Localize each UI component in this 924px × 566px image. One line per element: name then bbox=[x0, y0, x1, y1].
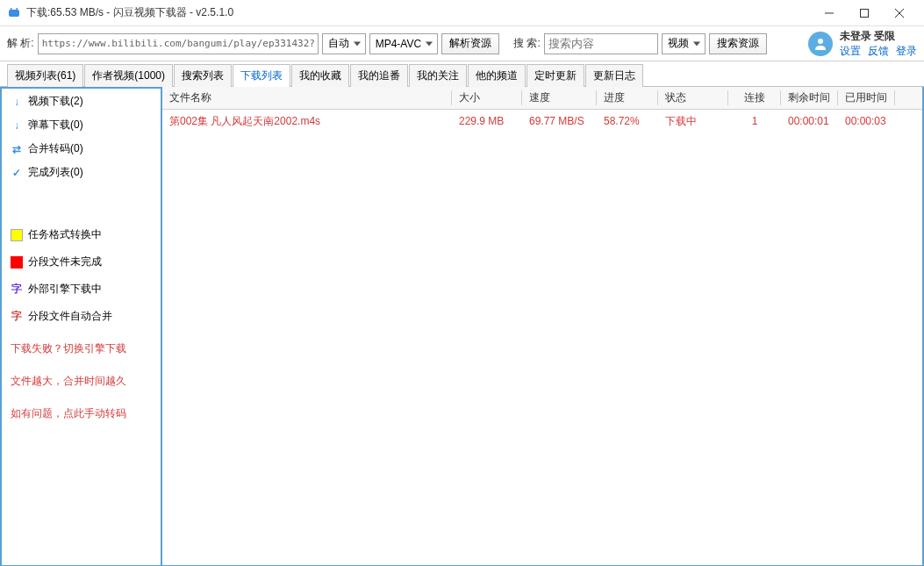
legend-incomplete: 分段文件未完成 bbox=[11, 254, 152, 269]
settings-link[interactable]: 设置 bbox=[840, 44, 861, 59]
sidebar-item-video-download[interactable]: ↓ 视频下载(2) bbox=[11, 94, 152, 109]
tab-his-channel[interactable]: 他的频道 bbox=[468, 64, 526, 87]
sidebar: ↓ 视频下载(2) ↓ 弹幕下载(0) ⇄ 合并转码(0) ✓ 完成列表(0) … bbox=[0, 87, 162, 566]
convert-icon: ⇄ bbox=[11, 143, 23, 155]
close-button[interactable] bbox=[882, 0, 917, 26]
quality-select[interactable]: 自动 bbox=[322, 33, 366, 54]
link-merge-time[interactable]: 文件越大，合并时间越久 bbox=[11, 374, 152, 389]
col-header-elapsed[interactable]: 已用时间 bbox=[838, 90, 895, 105]
format-select[interactable]: MP4-AVC bbox=[369, 33, 438, 54]
red-box-icon bbox=[11, 256, 23, 269]
search-label: 搜 索: bbox=[513, 36, 541, 51]
tab-favorites[interactable]: 我的收藏 bbox=[291, 64, 349, 87]
login-status: 未登录 受限 bbox=[840, 29, 895, 44]
tab-author-video[interactable]: 作者视频(1000) bbox=[84, 64, 173, 87]
tab-bar: 视频列表(61) 作者视频(1000) 搜索列表 下载列表 我的收藏 我的追番 … bbox=[0, 61, 924, 87]
titlebar: 下载:65.53 MB/s - 闪豆视频下载器 - v2.5.1.0 bbox=[0, 0, 924, 26]
col-header-progress[interactable]: 进度 bbox=[597, 90, 658, 105]
col-header-size[interactable]: 大小 bbox=[452, 90, 522, 105]
svg-rect-1 bbox=[11, 8, 12, 11]
user-area: 未登录 受限 设置 反馈 登录 bbox=[808, 29, 917, 59]
link-manual-transcode[interactable]: 如有问题，点此手动转码 bbox=[11, 406, 152, 421]
table-row[interactable]: 第002集 凡人风起天南2002.m4s 229.9 MB 69.77 MB/S… bbox=[162, 110, 922, 133]
legend-external-engine: 字 外部引擎下载中 bbox=[11, 282, 152, 297]
download-icon: ↓ bbox=[11, 96, 23, 108]
cell-conn: 1 bbox=[728, 115, 781, 127]
parse-label: 解 析: bbox=[7, 36, 34, 51]
url-input[interactable] bbox=[38, 33, 319, 54]
feedback-link[interactable]: 反馈 bbox=[868, 44, 889, 59]
svg-rect-4 bbox=[861, 9, 869, 17]
col-header-status[interactable]: 状态 bbox=[658, 90, 728, 105]
download-icon: ↓ bbox=[11, 119, 23, 132]
search-button[interactable]: 搜索资源 bbox=[709, 33, 767, 54]
svg-rect-2 bbox=[17, 8, 18, 11]
link-switch-engine[interactable]: 下载失败？切换引擎下载 bbox=[11, 341, 152, 356]
tab-search-list[interactable]: 搜索列表 bbox=[174, 64, 232, 87]
sidebar-item-danmaku-download[interactable]: ↓ 弹幕下载(0) bbox=[11, 118, 152, 133]
zi-icon: 字 bbox=[11, 282, 23, 297]
zi-icon: 字 bbox=[11, 309, 23, 324]
window-title: 下载:65.53 MB/s - 闪豆视频下载器 - v2.5.1.0 bbox=[26, 5, 812, 20]
col-header-name[interactable]: 文件名称 bbox=[162, 90, 452, 105]
tab-video-list[interactable]: 视频列表(61) bbox=[7, 64, 83, 87]
table-header: 文件名称 大小 速度 进度 状态 连接 剩余时间 已用时间 bbox=[162, 87, 922, 110]
tab-following[interactable]: 我的关注 bbox=[409, 64, 467, 87]
sidebar-item-merge[interactable]: ⇄ 合并转码(0) bbox=[11, 141, 152, 156]
legend-auto-merge: 字 分段文件自动合并 bbox=[11, 309, 152, 324]
tab-download-list[interactable]: 下载列表 bbox=[233, 64, 290, 87]
app-icon bbox=[7, 6, 21, 20]
avatar[interactable] bbox=[808, 32, 833, 56]
download-table: 文件名称 大小 速度 进度 状态 连接 剩余时间 已用时间 第002集 凡人风起… bbox=[162, 87, 924, 566]
toolbar: 解 析: 自动 MP4-AVC 解析资源 搜 索: 视频 搜索资源 未登录 受限… bbox=[0, 26, 924, 61]
maximize-button[interactable] bbox=[847, 0, 882, 26]
check-icon: ✓ bbox=[11, 167, 23, 179]
cell-name: 第002集 凡人风起天南2002.m4s bbox=[162, 114, 452, 129]
cell-speed: 69.77 MB/S bbox=[522, 115, 597, 127]
col-header-remain[interactable]: 剩余时间 bbox=[781, 90, 838, 105]
minimize-button[interactable] bbox=[812, 0, 847, 26]
parse-button[interactable]: 解析资源 bbox=[441, 33, 499, 54]
tab-changelog[interactable]: 更新日志 bbox=[585, 64, 643, 87]
col-header-speed[interactable]: 速度 bbox=[522, 90, 597, 105]
cell-elapsed: 00:00:03 bbox=[838, 115, 895, 127]
legend-converting: 任务格式转换中 bbox=[11, 227, 152, 242]
col-header-conn[interactable]: 连接 bbox=[728, 90, 781, 105]
search-input[interactable] bbox=[544, 33, 658, 54]
svg-point-7 bbox=[818, 39, 823, 44]
tab-scheduled[interactable]: 定时更新 bbox=[526, 64, 584, 87]
cell-size: 229.9 MB bbox=[452, 115, 522, 127]
cell-status: 下载中 bbox=[658, 114, 728, 129]
sidebar-item-completed[interactable]: ✓ 完成列表(0) bbox=[11, 165, 152, 180]
yellow-box-icon bbox=[11, 229, 23, 241]
cell-remain: 00:00:01 bbox=[781, 115, 838, 127]
tab-bangumi[interactable]: 我的追番 bbox=[350, 64, 408, 87]
login-link[interactable]: 登录 bbox=[896, 44, 917, 59]
svg-rect-0 bbox=[9, 10, 19, 17]
search-type-select[interactable]: 视频 bbox=[662, 33, 706, 54]
cell-progress: 58.72% bbox=[597, 115, 658, 127]
